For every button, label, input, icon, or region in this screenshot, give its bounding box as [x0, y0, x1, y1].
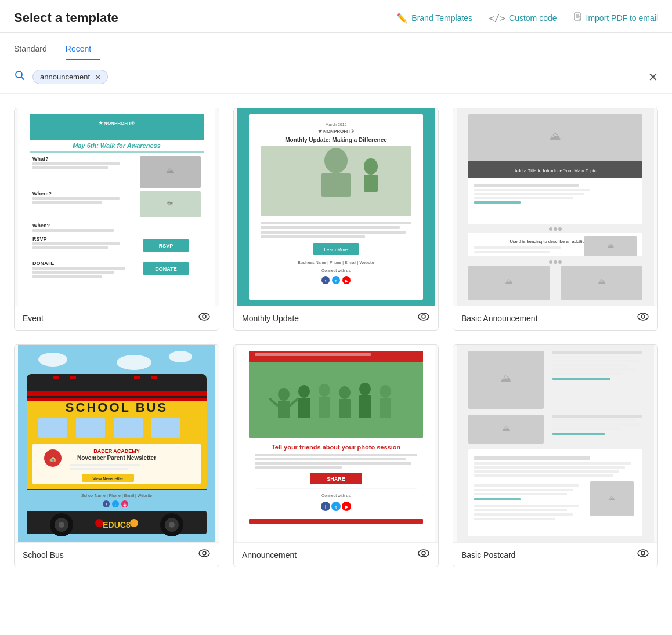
svg-rect-145 [278, 401, 290, 418]
svg-rect-155 [380, 398, 391, 418]
svg-rect-180 [552, 351, 642, 354]
svg-text:Learn More: Learn More [324, 247, 348, 252]
svg-text:November Parent Newsletter: November Parent Newsletter [77, 455, 156, 461]
svg-line-5 [21, 77, 24, 80]
svg-text:⛰: ⛰ [608, 494, 615, 502]
page-header: Select a template ✏️ Brand Templates </>… [0, 0, 672, 33]
svg-point-210 [638, 550, 648, 557]
svg-rect-205 [474, 498, 521, 500]
svg-point-73 [549, 227, 552, 231]
svg-rect-195 [474, 456, 590, 460]
template-name-monthly-update: Monthly Update [242, 314, 299, 323]
tabs-container: Standard Recent [0, 38, 672, 60]
svg-point-91 [641, 315, 645, 318]
template-footer-basic-announcement: Basic Announcement [453, 306, 657, 330]
svg-point-75 [558, 227, 562, 231]
svg-rect-184 [552, 368, 637, 371]
template-preview-event: ★ NONPROFIT® May 6th: Walk for Awareness… [15, 108, 219, 306]
svg-point-152 [359, 383, 371, 395]
preview-icon-basic-postcard[interactable] [637, 549, 649, 561]
svg-rect-149 [319, 397, 330, 418]
svg-rect-182 [552, 360, 640, 362]
svg-rect-22 [32, 229, 114, 232]
template-card-basic-postcard[interactable]: ⛰ ⛰ [453, 344, 658, 567]
search-chip[interactable]: announcement ✕ [32, 70, 108, 84]
svg-text:DONATE: DONATE [32, 260, 54, 266]
svg-point-34 [199, 313, 209, 320]
svg-text:◉: ◉ [123, 503, 127, 507]
svg-rect-147 [298, 398, 310, 418]
svg-text:May 6th: Walk for Awareness: May 6th: Walk for Awareness [73, 142, 161, 149]
template-footer-event: Event [15, 306, 219, 330]
svg-point-94 [169, 351, 192, 362]
template-card-monthly-update[interactable]: March 2015 ★ NONPROFIT® Monthly Update: … [233, 108, 439, 331]
svg-text:EDUC8: EDUC8 [103, 520, 131, 529]
import-pdf-label: Import PDF to email [586, 13, 658, 23]
svg-rect-207 [474, 509, 567, 511]
svg-rect-143 [249, 362, 423, 438]
svg-text:Business Name | Phone | E-mail: Business Name | Phone | E-mail | Website [298, 260, 374, 265]
svg-rect-12 [32, 162, 120, 165]
tab-recent[interactable]: Recent [66, 38, 100, 60]
svg-text:⛰: ⛰ [501, 372, 511, 384]
svg-text:RSVP: RSVP [159, 243, 174, 249]
svg-point-211 [641, 551, 645, 555]
svg-text:t: t [335, 279, 337, 283]
template-preview-basic-postcard: ⛰ ⛰ [453, 345, 657, 542]
template-name-basic-postcard: Basic Postcard [461, 550, 515, 560]
template-card-event[interactable]: ★ NONPROFIT® May 6th: Walk for Awareness… [14, 108, 219, 331]
template-card-basic-announcement[interactable]: ⛰ Add a Title to Introduce Your Main Top… [453, 108, 658, 331]
svg-rect-110 [151, 376, 157, 379]
template-preview-monthly-update: March 2015 ★ NONPROFIT® Monthly Update: … [234, 108, 438, 306]
svg-rect-98 [27, 384, 207, 391]
svg-rect-203 [474, 489, 573, 491]
svg-rect-185 [552, 372, 622, 375]
svg-rect-18 [32, 201, 102, 204]
svg-point-134 [169, 522, 175, 528]
svg-rect-70 [474, 193, 584, 195]
tab-standard[interactable]: Standard [14, 38, 56, 60]
custom-code-label: Custom code [509, 13, 557, 23]
svg-rect-7 [30, 114, 204, 140]
svg-rect-192 [552, 427, 622, 430]
svg-point-148 [319, 384, 330, 397]
svg-text:When?: When? [32, 223, 50, 228]
svg-rect-31 [32, 275, 102, 278]
chip-close-button[interactable]: ✕ [95, 73, 102, 81]
preview-icon-school-bus[interactable] [198, 549, 211, 561]
preview-icon-announcement[interactable] [417, 549, 430, 561]
svg-rect-104 [76, 418, 105, 438]
svg-rect-199 [474, 474, 613, 477]
template-card-school-bus[interactable]: SCHOOL BUS 🏫 BADER ACADEMY November Pare [14, 344, 219, 567]
svg-rect-174 [249, 519, 423, 524]
brand-templates-button[interactable]: ✏️ Brand Templates [396, 13, 472, 24]
custom-code-icon: </> [489, 13, 505, 24]
svg-rect-193 [552, 433, 605, 435]
template-preview-school-bus: SCHOOL BUS 🏫 BADER ACADEMY November Pare [15, 345, 219, 542]
svg-rect-25 [32, 246, 108, 249]
template-footer-monthly-update: Monthly Update [234, 306, 438, 330]
preview-icon-event[interactable] [198, 312, 211, 324]
svg-rect-30 [32, 271, 114, 274]
svg-rect-197 [474, 466, 625, 469]
svg-rect-71 [474, 197, 573, 199]
svg-rect-120 [27, 489, 207, 490]
brand-templates-label: Brand Templates [411, 13, 472, 23]
svg-text:⛰: ⛰ [550, 129, 561, 142]
svg-rect-45 [364, 175, 378, 192]
import-pdf-button[interactable]: Import PDF to email [573, 12, 658, 24]
search-clear-button[interactable]: ✕ [648, 70, 658, 84]
svg-rect-46 [261, 222, 411, 224]
svg-text:★ NONPROFIT®: ★ NONPROFIT® [99, 121, 135, 126]
preview-icon-basic-announcement[interactable] [637, 312, 649, 324]
preview-icon-monthly-update[interactable] [417, 312, 430, 324]
template-card-announcement[interactable]: Tell your friends about your photo sessi… [233, 344, 439, 567]
svg-rect-181 [552, 356, 634, 358]
svg-rect-191 [552, 423, 640, 426]
svg-text:SCHOOL BUS: SCHOOL BUS [66, 400, 168, 415]
svg-text:🏫: 🏫 [49, 455, 57, 462]
svg-point-35 [203, 315, 206, 318]
svg-rect-208 [474, 513, 573, 516]
search-icon [14, 70, 26, 84]
custom-code-button[interactable]: </> Custom code [489, 13, 557, 24]
